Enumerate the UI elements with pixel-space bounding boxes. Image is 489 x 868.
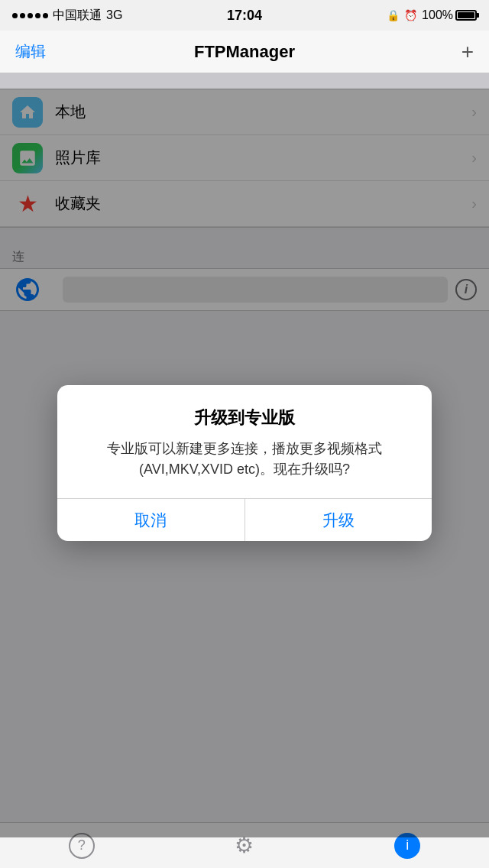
overlay-dim: 升级到专业版 专业版可以新建更多连接，播放更多视频格式(AVI,MKV,XVID… (0, 89, 489, 837)
page-title: FTPManager (194, 42, 295, 62)
cancel-button[interactable]: 取消 (57, 499, 245, 541)
main-content: 本地 › 照片库 › ★ 收藏夹 › 连 (0, 89, 489, 837)
battery-percent: 100% (422, 8, 453, 22)
add-button[interactable]: + (461, 40, 474, 64)
battery-indicator: 100% (422, 8, 477, 22)
edit-button[interactable]: 编辑 (15, 41, 46, 62)
upgrade-button[interactable]: 升级 (245, 499, 432, 541)
alert-message: 专业版可以新建更多连接，播放更多视频格式(AVI,MKV,XVID etc)。现… (76, 439, 413, 480)
info-tab-label: i (406, 837, 409, 853)
help-label: ? (78, 837, 86, 853)
nav-bar: 编辑 FTPManager + (0, 31, 489, 73)
network-type: 3G (106, 8, 122, 22)
signal-indicator (12, 13, 48, 18)
alert-buttons: 取消 升级 (57, 498, 432, 541)
status-time: 17:04 (227, 8, 262, 24)
battery-icon (455, 10, 477, 21)
alert-title: 升级到专业版 (76, 406, 413, 429)
status-bar: 中国联通 3G 17:04 🔒 ⏰ 100% (0, 0, 489, 31)
alert-dialog: 升级到专业版 专业版可以新建更多连接，播放更多视频格式(AVI,MKV,XVID… (57, 385, 432, 541)
status-right: 🔒 ⏰ 100% (387, 8, 477, 22)
status-left: 中国联通 3G (12, 8, 122, 24)
alert-content: 升级到专业版 专业版可以新建更多连接，播放更多视频格式(AVI,MKV,XVID… (57, 385, 432, 498)
carrier-label: 中国联通 (53, 8, 102, 24)
alarm-icon: ⏰ (404, 9, 417, 21)
lock-icon: 🔒 (387, 9, 400, 21)
